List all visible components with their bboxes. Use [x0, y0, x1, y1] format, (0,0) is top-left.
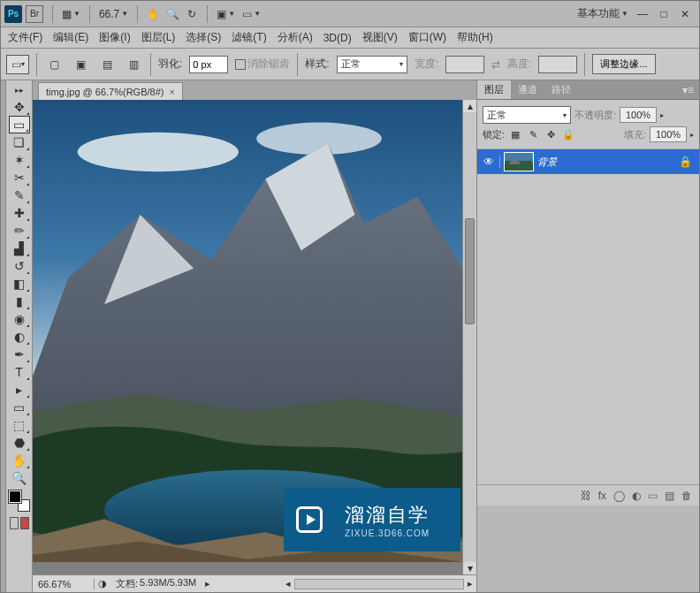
- tab-paths[interactable]: 路径: [544, 80, 578, 99]
- eyedropper-tool[interactable]: ✎: [9, 186, 30, 204]
- menu-window[interactable]: 窗口(W): [408, 30, 446, 45]
- delete-layer-icon[interactable]: 🗑: [681, 490, 692, 502]
- document-tabs: timg.jpg @ 66.7%(RGB/8#) ×: [33, 80, 476, 100]
- eraser-tool[interactable]: ◧: [9, 275, 30, 293]
- pen-tool[interactable]: ✒: [9, 346, 30, 363]
- current-tool-preset[interactable]: ▭▾: [6, 55, 29, 74]
- arrange-documents-icon[interactable]: ▣ ▼: [213, 8, 239, 20]
- horizontal-scrollbar[interactable]: ◂ ▸: [282, 578, 476, 590]
- refine-edge-button[interactable]: 调整边缘...: [592, 54, 655, 74]
- title-bar: Ps Br ▦▼ 66.7 ▼ ✋ 🔍 ↻ ▣ ▼ ▭ ▼ 基本功能 ▼ — □…: [1, 1, 699, 27]
- panel-menu-icon[interactable]: ▾≡: [677, 84, 699, 96]
- menu-image[interactable]: 图像(I): [99, 30, 130, 45]
- minimize-button[interactable]: —: [634, 7, 651, 21]
- layer-mask-icon[interactable]: ◯: [613, 490, 625, 502]
- menu-select[interactable]: 选择(S): [186, 30, 221, 45]
- path-select-tool[interactable]: ▸: [9, 381, 30, 399]
- workspace-switcher[interactable]: 基本功能 ▼: [574, 6, 632, 21]
- photoshop-icon[interactable]: Ps: [4, 5, 22, 23]
- healing-brush-tool[interactable]: ✚: [9, 204, 30, 222]
- foreground-color-swatch[interactable]: [9, 490, 21, 503]
- type-tool[interactable]: T: [9, 363, 30, 381]
- 3d-camera-tool[interactable]: ⬣: [9, 434, 30, 452]
- document-tab-close-icon[interactable]: ×: [169, 87, 174, 97]
- style-dropdown[interactable]: 正常▾: [337, 56, 407, 73]
- screen-mode-icon[interactable]: ▭ ▼: [239, 8, 264, 20]
- menu-file[interactable]: 文件(F): [8, 30, 42, 45]
- layer-thumbnail[interactable]: [504, 152, 534, 171]
- scroll-right-icon[interactable]: ▸: [464, 578, 476, 590]
- lock-pixels-icon[interactable]: ✎: [526, 127, 540, 141]
- mini-bridge-icon[interactable]: ▦▼: [58, 8, 84, 20]
- zoom-tool[interactable]: 🔍: [9, 469, 30, 487]
- standard-mode-icon[interactable]: [10, 517, 19, 529]
- scroll-left-icon[interactable]: ◂: [282, 578, 294, 590]
- scroll-up-icon[interactable]: ▴: [463, 100, 476, 112]
- layer-style-icon[interactable]: fx: [598, 490, 606, 502]
- blur-tool[interactable]: ◉: [9, 310, 30, 328]
- new-layer-icon[interactable]: ▤: [665, 490, 674, 502]
- dodge-tool[interactable]: ◐: [9, 328, 30, 346]
- selection-intersect-icon[interactable]: ▥: [124, 55, 143, 74]
- lasso-tool[interactable]: ❏: [9, 133, 30, 151]
- canvas[interactable]: 溜溜自学 ZIXUE.3D66.COM: [33, 100, 462, 574]
- zoom-icon[interactable]: 🔍: [163, 4, 182, 24]
- blend-mode-dropdown[interactable]: 正常▾: [483, 106, 571, 124]
- brush-tool[interactable]: ✏: [9, 222, 30, 239]
- adjustment-layer-icon[interactable]: ◐: [632, 490, 641, 502]
- fill-field[interactable]: 100%: [650, 126, 687, 142]
- svg-point-1: [78, 133, 239, 172]
- selection-subtract-icon[interactable]: ▤: [97, 55, 117, 74]
- quick-mask-icon[interactable]: [20, 517, 29, 529]
- clone-stamp-tool[interactable]: ▟: [9, 239, 30, 257]
- document-tab[interactable]: timg.jpg @ 66.7%(RGB/8#) ×: [38, 82, 183, 100]
- menu-edit[interactable]: 编辑(E): [53, 30, 88, 45]
- layer-name[interactable]: 背景: [537, 156, 557, 169]
- watermark-url: ZIXUE.3D66.COM: [345, 528, 430, 538]
- style-label: 样式:: [305, 57, 329, 72]
- lock-all-icon[interactable]: 🔒: [561, 127, 575, 141]
- toolbox-collapse-icon[interactable]: ▸▸: [15, 86, 24, 95]
- quick-select-tool[interactable]: ✶: [9, 151, 30, 169]
- layer-row[interactable]: 👁 背景 🔒: [477, 149, 699, 174]
- history-brush-tool[interactable]: ↺: [9, 257, 30, 275]
- maximize-button[interactable]: □: [655, 7, 673, 21]
- zoom-display[interactable]: 66.7 ▼: [95, 8, 132, 20]
- vertical-scroll-thumb[interactable]: [465, 218, 475, 324]
- menu-3d[interactable]: 3D(D): [323, 32, 352, 44]
- options-bar: ▭▾ ▢ ▣ ▤ ▥ 羽化: 消除锯齿 样式: 正常▾ 宽度: ⇄ 高度: 调整…: [1, 49, 699, 80]
- menu-analysis[interactable]: 分析(A): [278, 30, 313, 45]
- menu-help[interactable]: 帮助(H): [457, 30, 493, 45]
- bridge-icon[interactable]: Br: [26, 5, 43, 23]
- hand-tool[interactable]: ✋: [9, 452, 30, 469]
- hand-icon[interactable]: ✋: [143, 4, 163, 24]
- gradient-tool[interactable]: ▮: [9, 293, 30, 310]
- status-info-icon[interactable]: ◑: [95, 578, 110, 589]
- rotate-view-icon[interactable]: ↻: [182, 4, 202, 24]
- vertical-scrollbar[interactable]: ▴ ▾: [462, 100, 476, 574]
- feather-input[interactable]: [189, 56, 228, 73]
- status-zoom[interactable]: 66.67%: [33, 579, 95, 589]
- shape-tool[interactable]: ▭: [9, 399, 30, 416]
- lock-transparent-icon[interactable]: ▦: [508, 127, 522, 141]
- tab-layers[interactable]: 图层: [477, 80, 511, 99]
- opacity-field[interactable]: 100%: [620, 107, 657, 123]
- menu-view[interactable]: 视图(V): [362, 30, 398, 45]
- 3d-tool[interactable]: ⬚: [9, 416, 30, 434]
- tab-channels[interactable]: 通道: [511, 80, 544, 99]
- selection-add-icon[interactable]: ▣: [71, 55, 90, 74]
- link-layers-icon[interactable]: ⛓: [581, 490, 591, 502]
- color-swatches[interactable]: [9, 490, 30, 512]
- layer-visibility-icon[interactable]: 👁: [477, 156, 500, 168]
- move-tool[interactable]: ✥: [9, 98, 30, 116]
- close-button[interactable]: ✕: [676, 7, 694, 21]
- marquee-tool[interactable]: ▭: [9, 116, 30, 133]
- height-label: 高度:: [507, 57, 531, 72]
- crop-tool[interactable]: ✂: [9, 169, 30, 186]
- layer-group-icon[interactable]: ▭: [648, 490, 658, 502]
- menu-filter[interactable]: 滤镜(T): [232, 30, 266, 45]
- selection-new-icon[interactable]: ▢: [44, 55, 64, 74]
- menu-layer[interactable]: 图层(L): [141, 30, 176, 45]
- scroll-down-icon[interactable]: ▾: [463, 562, 476, 574]
- lock-position-icon[interactable]: ✥: [544, 127, 558, 141]
